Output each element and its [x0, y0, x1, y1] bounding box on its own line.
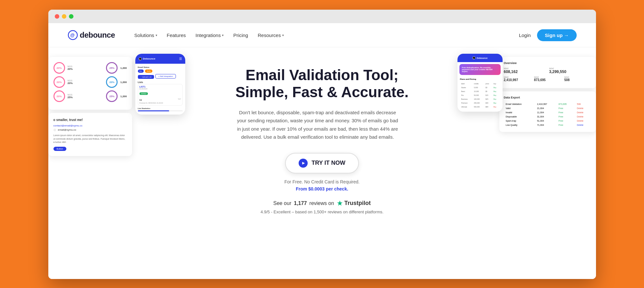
- stat-text-3: NGS 25%: [68, 94, 104, 99]
- stat-text-1: NGS 20%: [68, 65, 104, 70]
- hero-title-line1: Email Validation Tool;: [245, 67, 399, 83]
- left-stat-cards: 20% NGS 20% 25% 1,200 20% NGS 20% 20% 1,: [48, 57, 132, 156]
- hero-section: 20% NGS 20% 25% 1,200 20% NGS 20% 20% 1,: [48, 47, 596, 279]
- login-button[interactable]: Login: [519, 33, 531, 38]
- mobile-brand-text: Debounce: [143, 57, 156, 60]
- left-cta-button[interactable]: Button: [53, 147, 66, 151]
- list-date: 01/26/2024: [139, 88, 181, 90]
- cell: Low Quality: [505, 123, 535, 127]
- plans-pricing-label: Plans and Pricing: [460, 78, 500, 80]
- cell-green[interactable]: Buy: [493, 90, 499, 93]
- progress-bar-1: [138, 110, 183, 111]
- nav-item-pricing[interactable]: Pricing: [233, 33, 248, 38]
- nav-label-integrations: Integrations: [196, 33, 221, 38]
- cell: 5,000: [473, 86, 484, 89]
- cell: Invalid: [505, 111, 535, 114]
- add-integration-button[interactable]: + Add Integration: [155, 74, 176, 79]
- cell-green[interactable]: Buy: [493, 101, 499, 105]
- banner-text: Free deduplication, No monthly payment a…: [462, 67, 498, 72]
- cell-green: Free: [557, 111, 575, 114]
- stats-label: List Statistics: [138, 107, 183, 109]
- nav-label-features: Features: [167, 33, 186, 38]
- table-row: Low Quality 71,004 Free Delete: [505, 123, 591, 127]
- stat-label-2: label: [549, 67, 591, 70]
- cell: 100,000: [473, 98, 484, 101]
- list-finished-date: Finished At: 08/04/2021 01:00:00: [139, 102, 181, 104]
- stat-box-1: label 608,162: [504, 67, 546, 74]
- cell-green[interactable]: Buy: [493, 86, 499, 89]
- cell-red: 508: [576, 102, 591, 106]
- right-table-title: Data Export: [504, 96, 591, 99]
- cell-green[interactable]: Buy: [493, 94, 499, 97]
- cell-red: Delete: [576, 115, 591, 118]
- hero-title-line2: Simple, Fast & Accurate.: [235, 84, 409, 100]
- left-text-title: o smaller, trust me!: [53, 118, 127, 122]
- table-row: Pro 50,000 $15 Buy: [461, 94, 499, 97]
- cell-red[interactable]: Buy: [493, 105, 499, 108]
- trustpilot-name: Trustpilot: [344, 200, 371, 207]
- rating-text: 4.9/5 - Excellent – based on 1,500+ revi…: [235, 209, 409, 214]
- browser-dot-minimize[interactable]: [62, 14, 66, 19]
- nav-label-pricing: Pricing: [233, 33, 248, 38]
- signup-button[interactable]: Sign up →: [537, 29, 576, 41]
- cell-green: Free: [557, 123, 575, 127]
- logo[interactable]: @ debounce: [68, 30, 115, 40]
- stat-val-3: 2,410,997: [504, 78, 531, 82]
- hero-title: Email Validation Tool; Simple, Fast & Ac…: [235, 67, 409, 101]
- mobile-frame: @ Debounce ☰ Email Status ALL Notify ↑ U…: [135, 54, 185, 115]
- price-link[interactable]: From $0.0003 per check.: [296, 186, 348, 191]
- right-mobile-header: @ Debounce: [457, 54, 503, 62]
- right-table-card: Data Export Email Validation 2,410,997 8…: [499, 91, 596, 132]
- browser-dot-close[interactable]: [55, 14, 59, 19]
- logo-text: debounce: [80, 31, 115, 40]
- right-mobile-body: Plans and Pricing label credits price bu…: [457, 77, 503, 112]
- chevron-down-icon-3: ▾: [282, 33, 284, 37]
- cta-label: TRY IT NOW: [312, 160, 345, 166]
- cell: $49: [485, 101, 492, 105]
- cell: Valid: [505, 107, 535, 110]
- mobile-lists-label: Lists: [138, 81, 183, 83]
- left-mobile-mockup: @ Debounce ☰ Email Status ALL Notify ↑ U…: [135, 54, 185, 115]
- cell: 250,000: [473, 101, 484, 105]
- table-row: Business 100,000 $25 Buy: [461, 98, 499, 101]
- list-name: LIST1: [139, 86, 181, 88]
- hero-center: Email Validation Tool; Simple, Fast & Ac…: [235, 60, 409, 214]
- stat-val-5: 508: [564, 78, 591, 82]
- mobile-list-item-1[interactable]: LIST1 01/26/2024 Verified 11 TXT Finishe…: [138, 84, 183, 106]
- stat-box-4: label 873,695: [534, 76, 561, 82]
- right-stat-row: label 608,162 label 3,299,550: [504, 67, 591, 74]
- nav-item-integrations[interactable]: Integrations ▾: [196, 33, 224, 38]
- cell: 51,004: [536, 119, 557, 123]
- right-data-table: Email Validation 2,410,997 873,695 508 V…: [504, 102, 591, 127]
- cell: buy: [493, 82, 499, 85]
- logo-icon: @: [68, 30, 78, 40]
- hamburger-icon[interactable]: ☰: [179, 57, 182, 60]
- cell: $3: [485, 86, 492, 89]
- try-it-now-button[interactable]: ▶ TRY IT NOW: [285, 153, 359, 173]
- chevron-down-icon: ▾: [156, 33, 157, 37]
- nav-item-solutions[interactable]: Solutions ▾: [134, 33, 157, 38]
- stat-val-4: 873,695: [534, 78, 561, 82]
- cell: 2,410,997: [536, 102, 557, 106]
- play-icon: ▶: [299, 159, 308, 168]
- cell: Premium: [461, 101, 473, 105]
- trustpilot-logo[interactable]: ★ Trustpilot: [337, 199, 371, 208]
- stat-circle-blue: 20%: [106, 76, 118, 88]
- mobile-brand: @ Debounce: [139, 57, 156, 60]
- table-row: Starter 5,000 $3 Buy: [461, 86, 499, 89]
- progress-fill-1: [138, 110, 169, 111]
- browser-dot-fullscreen[interactable]: [69, 14, 73, 19]
- cell: 500,000: [473, 105, 484, 108]
- stat-box-3: label 2,410,997: [504, 76, 531, 82]
- table-row: Premium 250,000 $49 Buy: [461, 101, 499, 105]
- nav-item-resources[interactable]: Resources ▾: [258, 33, 284, 38]
- cell: $89: [485, 105, 492, 108]
- table-row: label credits price buy: [461, 82, 499, 85]
- cell-green[interactable]: Buy: [493, 98, 499, 101]
- upload-list-button[interactable]: ↑ Upload List: [138, 75, 154, 79]
- right-mobile-brand-text: Debounce: [477, 57, 488, 59]
- chevron-down-icon-2: ▾: [222, 33, 224, 37]
- svg-text:@: @: [473, 57, 474, 59]
- nav-item-features[interactable]: Features: [167, 33, 186, 38]
- cell: 71,004: [536, 123, 557, 127]
